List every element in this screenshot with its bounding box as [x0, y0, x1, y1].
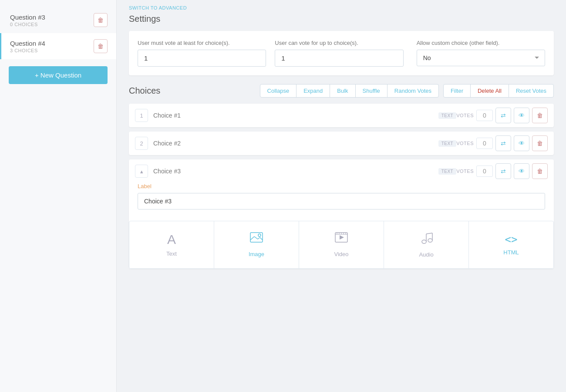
choice-3-view-button[interactable]: 👁: [514, 163, 529, 179]
choice-1-view-button[interactable]: 👁: [514, 108, 529, 123]
media-type-audio-button[interactable]: Audio: [384, 221, 469, 269]
choice-1-num: 1: [135, 109, 148, 122]
svg-line-18: [426, 233, 432, 234]
reset-votes-button[interactable]: Reset Votes: [509, 84, 554, 98]
choice-3-votes-label: VOTES: [456, 169, 474, 174]
min-votes-input[interactable]: [138, 50, 266, 67]
media-type-video-button[interactable]: Video: [299, 221, 384, 269]
choice-1-votes-count: 0: [476, 110, 493, 121]
choice-3-label-title: Label: [138, 183, 545, 189]
choice-1-name: Choice #1: [153, 112, 435, 119]
audio-icon: [420, 232, 433, 247]
choice-3-expanded: Label: [129, 183, 554, 216]
svg-rect-0: [250, 233, 263, 242]
collapse-button[interactable]: Collapse: [260, 84, 297, 98]
custom-choice-label: Allow custom choice (other field).: [417, 40, 545, 46]
html-label: HTML: [503, 249, 519, 256]
min-votes-field: User must vote at least for choice(s).: [138, 40, 266, 67]
choice-2-name: Choice #2: [153, 140, 435, 147]
choice-3-name: Choice #3: [153, 168, 435, 175]
choice-1-shuffle-button[interactable]: ⇄: [495, 108, 511, 123]
max-votes-input[interactable]: [275, 50, 403, 67]
max-votes-field: User can vote for up to choice(s).: [275, 40, 403, 67]
media-types: A Text: [129, 221, 554, 269]
choice-2-num: 2: [135, 137, 148, 150]
settings-section: Settings User must vote at least for cho…: [117, 14, 566, 84]
random-votes-button[interactable]: Random Votes: [387, 84, 439, 98]
delete-q3-button[interactable]: 🗑: [94, 13, 108, 27]
text-icon: A: [167, 233, 176, 246]
choice-2-votes-count: 0: [476, 138, 493, 149]
choice-2-delete-button[interactable]: 🗑: [532, 135, 548, 151]
custom-choice-select[interactable]: No Yes: [417, 50, 545, 66]
choices-header: Choices Collapse Expand Bulk Shuffle Ran…: [129, 84, 554, 98]
svg-point-5: [258, 234, 261, 237]
video-icon: [335, 232, 348, 247]
max-votes-label: User can vote for up to choice(s).: [275, 40, 403, 46]
settings-card: User must vote at least for choice(s). U…: [129, 31, 554, 75]
choices-title: Choices: [129, 86, 160, 96]
min-votes-label: User must vote at least for choice(s).: [138, 40, 266, 46]
sidebar-item-q4[interactable]: Question #4 3 CHOICES 🗑: [0, 33, 116, 59]
svg-marker-7: [340, 235, 344, 240]
q4-title: Question #4: [10, 40, 45, 47]
custom-choice-field: Allow custom choice (other field). No Ye…: [412, 40, 545, 66]
svg-point-15: [428, 239, 432, 242]
choice-3-shuffle-button[interactable]: ⇄: [495, 163, 511, 179]
choices-toolbar-right: Filter Delete All Reset Votes: [443, 84, 554, 98]
choice-2-badge: TEXT: [438, 140, 457, 147]
video-label: Video: [334, 251, 348, 257]
choice-3-badge: TEXT: [438, 168, 457, 175]
main-content: SWITCH TO ADVANCED Settings User must vo…: [117, 0, 566, 392]
expand-button[interactable]: Expand: [296, 84, 330, 98]
svg-line-2: [254, 237, 258, 239]
sidebar: Question #3 0 CHOICES 🗑 Question #4 3 CH…: [0, 0, 117, 392]
delete-all-button[interactable]: Delete All: [470, 84, 509, 98]
shuffle-button[interactable]: Shuffle: [355, 84, 387, 98]
choice-2-view-button[interactable]: 👁: [514, 135, 529, 151]
svg-line-3: [258, 237, 260, 239]
switch-to-advanced-link[interactable]: SWITCH TO ADVANCED: [117, 0, 566, 14]
choice-3-num: ▴: [135, 165, 148, 178]
choices-toolbar-left: Collapse Expand Bulk Shuffle Random Vote…: [260, 84, 439, 98]
q4-sub: 3 CHOICES: [10, 48, 45, 53]
choice-2-votes-label: VOTES: [456, 141, 474, 146]
new-question-button[interactable]: + New Question: [9, 66, 108, 84]
settings-title: Settings: [129, 14, 554, 24]
media-type-html-button[interactable]: <> HTML: [468, 221, 554, 269]
choice-3-votes-count: 0: [476, 166, 493, 177]
audio-label: Audio: [419, 251, 433, 258]
choice-1-delete-button[interactable]: 🗑: [532, 108, 548, 123]
choice-3-delete-button[interactable]: 🗑: [532, 163, 548, 179]
choice-1-votes-label: VOTES: [456, 113, 474, 118]
choice-row-3: ▴ Choice #3 TEXT VOTES 0 ⇄ 👁 🗑 Label: [129, 159, 554, 269]
bulk-button[interactable]: Bulk: [330, 84, 355, 98]
q3-sub: 0 CHOICES: [10, 22, 45, 27]
q3-title: Question #3: [10, 14, 45, 21]
choice-1-badge: TEXT: [438, 112, 457, 119]
media-type-image-button[interactable]: Image: [214, 221, 299, 269]
filter-button[interactable]: Filter: [443, 84, 471, 98]
choice-row-2: 2 Choice #2 TEXT VOTES 0 ⇄ 👁 🗑: [129, 132, 554, 155]
image-icon: [250, 232, 263, 247]
html-icon: <>: [505, 234, 518, 245]
svg-line-4: [260, 237, 263, 240]
sidebar-item-q3[interactable]: Question #3 0 CHOICES 🗑: [0, 7, 116, 33]
text-label: Text: [166, 250, 177, 257]
choice-2-shuffle-button[interactable]: ⇄: [495, 135, 511, 151]
choices-section: Choices Collapse Expand Bulk Shuffle Ran…: [117, 84, 566, 282]
image-label: Image: [249, 251, 264, 257]
media-type-text-button[interactable]: A Text: [129, 221, 214, 269]
choice-row-1: 1 Choice #1 TEXT VOTES 0 ⇄ 👁 🗑: [129, 104, 554, 127]
svg-point-14: [422, 240, 426, 243]
svg-line-1: [250, 237, 254, 240]
delete-q4-button[interactable]: 🗑: [94, 39, 108, 53]
choice-3-label-input[interactable]: [138, 193, 545, 210]
